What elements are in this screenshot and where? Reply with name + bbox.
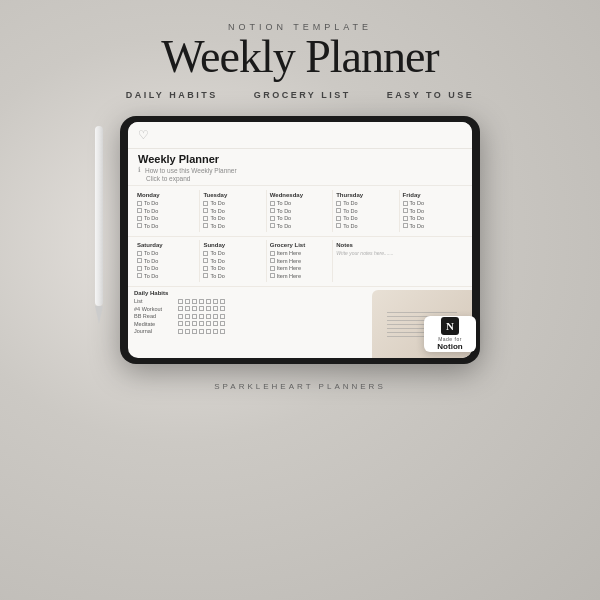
todo-item: To Do (403, 208, 463, 214)
checkbox (403, 216, 408, 221)
checkbox (137, 251, 142, 256)
checkbox (270, 216, 275, 221)
habit-name: BB Read (134, 313, 174, 319)
habit-checks (178, 314, 225, 319)
notion-badge: N Made for Notion (424, 316, 476, 352)
footer-brand: Sparkleheart Planners (214, 382, 385, 391)
todo-item: To Do (137, 273, 196, 279)
todo-item: To Do (403, 215, 463, 221)
checkbox (403, 223, 408, 228)
checkbox (213, 329, 218, 334)
checkbox (336, 216, 341, 221)
notes-placeholder: Write your notes here....... (336, 250, 463, 256)
checkbox (178, 299, 183, 304)
checkbox (270, 208, 275, 213)
checkbox (213, 299, 218, 304)
checkbox (220, 314, 225, 319)
checkbox (203, 208, 208, 213)
checkbox (270, 201, 275, 206)
checkbox (137, 266, 142, 271)
day-name-monday: Monday (137, 192, 196, 198)
day-name-friday: Friday (403, 192, 463, 198)
checkbox (203, 201, 208, 206)
todo-item: To Do (203, 215, 262, 221)
checkbox (336, 223, 341, 228)
checkbox (270, 251, 275, 256)
checkbox (203, 273, 208, 278)
checkbox (203, 223, 208, 228)
feature-grocery: Grocery List (254, 90, 351, 100)
background: Notion Template Weekly Planner Daily Hab… (0, 0, 600, 600)
checkbox (206, 321, 211, 326)
stylus-tip (95, 306, 103, 324)
notion-word-label: Notion (437, 342, 462, 351)
notion-hint: ℹ How to use this Weekly Planner (138, 166, 462, 174)
checkbox (336, 208, 341, 213)
day-sunday: Sunday To Do To Do To Do To Do (200, 240, 266, 282)
todo-text: To Do (144, 215, 158, 221)
day-name-sunday: Sunday (203, 242, 262, 248)
hint-sub: Click to expand (146, 175, 190, 182)
habit-checks (178, 329, 225, 334)
grocery-item: Item Here (270, 265, 329, 271)
checkbox (220, 329, 225, 334)
checkbox (203, 266, 208, 271)
checkbox (199, 314, 204, 319)
checkbox (199, 321, 204, 326)
notes-section: Notes Write your notes here....... (333, 240, 466, 282)
todo-item: To Do (336, 208, 395, 214)
checkbox (178, 306, 183, 311)
checkbox (270, 273, 275, 278)
checkbox (192, 329, 197, 334)
todo-item: To Do (203, 258, 262, 264)
habit-name: List (134, 298, 174, 304)
checkbox (203, 258, 208, 263)
checkbox (213, 321, 218, 326)
checkbox (336, 201, 341, 206)
grocery-section: Grocery List Item Here Item Here Item He… (267, 240, 333, 282)
todo-item: To Do (270, 208, 329, 214)
todo-item: To Do (336, 200, 395, 206)
todo-item: To Do (270, 200, 329, 206)
checkbox (199, 329, 204, 334)
checkbox (185, 314, 190, 319)
day-thursday: Thursday To Do To Do To Do To Do (333, 190, 399, 232)
checkbox (220, 299, 225, 304)
checkbox (206, 329, 211, 334)
checkbox (185, 321, 190, 326)
checkbox (137, 258, 142, 263)
weekly-grid-bottom: Saturday To Do To Do To Do To Do Sunday … (128, 236, 472, 286)
checkbox (192, 314, 197, 319)
day-tuesday: Tuesday To Do To Do To Do To Do (200, 190, 266, 232)
notion-n-icon: N (441, 317, 459, 335)
checkbox (192, 299, 197, 304)
checkbox (203, 216, 208, 221)
todo-item: To Do (336, 215, 395, 221)
todo-item: To Do (403, 223, 463, 229)
todo-item: To Do (137, 223, 196, 229)
feature-easy: Easy to Use (387, 90, 475, 100)
checkbox (137, 216, 142, 221)
todo-item: To Do (137, 265, 196, 271)
checkbox (178, 314, 183, 319)
checkbox (206, 299, 211, 304)
todo-text: To Do (144, 223, 158, 229)
todo-item: To Do (203, 273, 262, 279)
notion-title-area: Weekly Planner ℹ How to use this Weekly … (128, 149, 472, 186)
checkbox (206, 306, 211, 311)
stylus (92, 126, 106, 326)
grocery-item: Item Here (270, 250, 329, 256)
day-name-saturday: Saturday (137, 242, 196, 248)
grocery-item: Item Here (270, 273, 329, 279)
todo-item: To Do (203, 250, 262, 256)
ipad-screen: ♡ Weekly Planner ℹ How to use this Weekl… (128, 122, 472, 358)
day-name-tuesday: Tuesday (203, 192, 262, 198)
day-name-wednesday: Wednesday (270, 192, 329, 198)
habit-checks (178, 306, 225, 311)
todo-item: To Do (137, 250, 196, 256)
todo-item: To Do (203, 200, 262, 206)
todo-item: To Do (137, 258, 196, 264)
day-monday: Monday To Do To Do To Do To Do (134, 190, 200, 232)
habit-checks (178, 321, 225, 326)
day-wednesday: Wednesday To Do To Do To Do To Do (267, 190, 333, 232)
